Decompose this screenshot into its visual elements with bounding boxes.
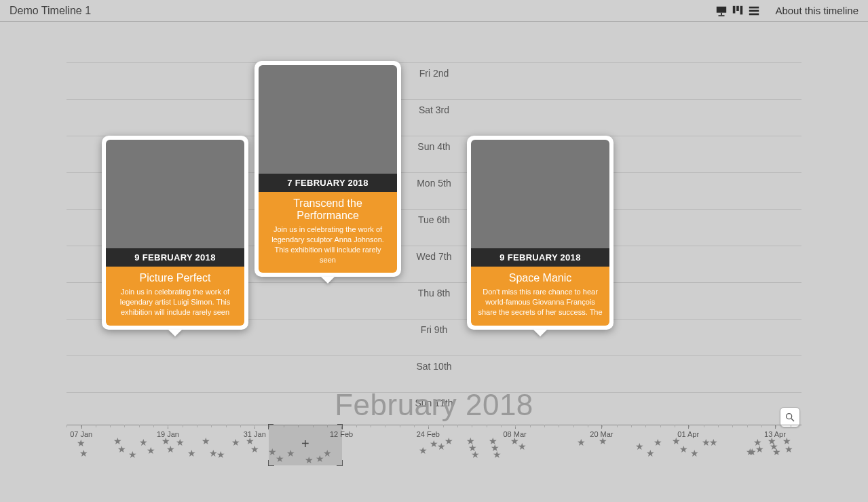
event-card[interactable]: 7 FEBRUARY 2018Transcend the Performance… bbox=[254, 61, 401, 277]
event-marker-star-icon[interactable]: ★ bbox=[445, 436, 453, 446]
event-marker-star-icon[interactable]: ★ bbox=[709, 437, 718, 448]
ruler-minor-tick bbox=[400, 425, 400, 427]
ruler-minor-tick bbox=[197, 425, 197, 427]
event-marker-star-icon[interactable]: ★ bbox=[599, 436, 607, 446]
ruler-minor-tick bbox=[472, 425, 472, 427]
event-marker-star-icon[interactable]: ★ bbox=[646, 448, 655, 459]
ruler-minor-tick bbox=[124, 425, 125, 427]
ruler-minor-tick bbox=[645, 425, 646, 427]
ruler-minor-tick bbox=[81, 425, 81, 427]
card-title: Picture Perfect bbox=[113, 272, 238, 284]
event-marker-star-icon[interactable]: ★ bbox=[216, 449, 225, 460]
day-label: Sat 3rd bbox=[419, 104, 449, 115]
event-marker-star-icon[interactable]: ★ bbox=[231, 437, 240, 448]
ruler-minor-tick bbox=[240, 425, 241, 427]
plus-icon: + bbox=[301, 436, 309, 452]
card-pointer-icon bbox=[168, 330, 182, 336]
svg-rect-6 bbox=[749, 6, 759, 8]
day-label: Fri 9th bbox=[421, 324, 448, 335]
event-marker-star-icon[interactable]: ★ bbox=[147, 445, 155, 456]
svg-point-9 bbox=[787, 414, 792, 419]
event-marker-star-icon[interactable]: ★ bbox=[654, 437, 662, 448]
event-card[interactable]: 9 FEBRUARY 2018Picture PerfectJoin us in… bbox=[102, 136, 248, 330]
svg-rect-7 bbox=[749, 9, 759, 12]
day-gridline bbox=[67, 355, 801, 356]
card-body: Transcend the PerformanceJoin us in cele… bbox=[259, 192, 397, 273]
day-gridline bbox=[67, 99, 801, 100]
event-marker-star-icon[interactable]: ★ bbox=[305, 455, 314, 465]
event-marker-star-icon[interactable]: ★ bbox=[286, 448, 295, 459]
about-link[interactable]: About this timeline bbox=[775, 5, 858, 16]
event-marker-star-icon[interactable]: ★ bbox=[755, 444, 764, 455]
ruler-minor-tick bbox=[67, 425, 67, 427]
ruler-minor-tick bbox=[487, 425, 487, 427]
event-marker-star-icon[interactable]: ★ bbox=[79, 448, 88, 459]
card-description: Join us in celebrating the work of legen… bbox=[113, 287, 238, 317]
svg-rect-0 bbox=[717, 6, 726, 12]
ruler-minor-tick bbox=[183, 425, 183, 427]
event-marker-star-icon[interactable]: ★ bbox=[493, 449, 502, 460]
month-heading: February 2018 bbox=[335, 388, 533, 422]
day-label: Sun 4th bbox=[417, 141, 450, 152]
card-date: 9 FEBRUARY 2018 bbox=[471, 248, 609, 267]
event-marker-star-icon[interactable]: ★ bbox=[202, 436, 210, 446]
event-marker-star-icon[interactable]: ★ bbox=[128, 449, 137, 460]
ruler-minor-tick bbox=[573, 425, 574, 427]
ruler-minor-tick bbox=[139, 425, 140, 427]
card-body: Space ManicDon't miss this rare chance t… bbox=[471, 267, 609, 326]
event-marker-star-icon[interactable]: ★ bbox=[250, 444, 259, 455]
card-body: Picture PerfectJoin us in celebrating th… bbox=[106, 267, 244, 326]
day-label: Sat 10th bbox=[416, 361, 451, 372]
event-marker-star-icon[interactable]: ★ bbox=[635, 441, 644, 452]
event-marker-star-icon[interactable]: ★ bbox=[187, 448, 196, 459]
card-pointer-icon bbox=[533, 330, 547, 336]
svg-rect-4 bbox=[737, 5, 740, 10]
day-label: Thu 8th bbox=[418, 288, 450, 298]
event-marker-star-icon[interactable]: ★ bbox=[166, 444, 175, 455]
event-marker-star-icon[interactable]: ★ bbox=[117, 444, 126, 455]
search-icon bbox=[785, 412, 795, 423]
event-marker-star-icon[interactable]: ★ bbox=[679, 444, 688, 455]
card-title: Transcend the Performance bbox=[265, 197, 390, 222]
event-marker-star-icon[interactable]: ★ bbox=[577, 437, 586, 448]
event-marker-star-icon[interactable]: ★ bbox=[323, 448, 332, 459]
day-label: Mon 5th bbox=[417, 178, 451, 189]
ruler-minor-tick bbox=[226, 425, 227, 427]
ruler-minor-tick bbox=[631, 425, 632, 427]
event-marker-star-icon[interactable]: ★ bbox=[690, 448, 699, 459]
ruler-tick-label: 24 Feb bbox=[417, 430, 440, 438]
ruler-minor-tick bbox=[414, 425, 415, 427]
card-image bbox=[471, 140, 609, 248]
timeline-ruler[interactable]: 07 Jan19 Jan31 Jan12 Feb24 Feb08 Mar20 M… bbox=[67, 425, 801, 483]
event-marker-star-icon[interactable]: ★ bbox=[419, 445, 428, 456]
event-marker-star-icon[interactable]: ★ bbox=[471, 449, 480, 460]
card-date: 7 FEBRUARY 2018 bbox=[259, 174, 397, 192]
ruler-minor-tick bbox=[385, 425, 385, 427]
ruler-minor-tick bbox=[428, 425, 429, 427]
day-gridline bbox=[67, 62, 801, 63]
ruler-minor-tick bbox=[732, 425, 733, 427]
event-marker-star-icon[interactable]: ★ bbox=[785, 444, 793, 455]
svg-rect-2 bbox=[719, 15, 725, 16]
ruler-minor-tick bbox=[761, 425, 762, 427]
ruler-minor-tick bbox=[110, 425, 111, 427]
ruler-minor-tick bbox=[544, 425, 545, 427]
event-marker-star-icon[interactable]: ★ bbox=[276, 453, 284, 464]
event-marker-star-icon[interactable]: ★ bbox=[176, 437, 185, 448]
timeline-stage[interactable]: Fri 2ndSat 3rdSun 4thMon 5thTue 6thWed 7… bbox=[0, 22, 868, 502]
card-image bbox=[106, 140, 244, 248]
event-marker-star-icon[interactable]: ★ bbox=[77, 438, 86, 448]
ruler-minor-tick bbox=[356, 425, 357, 427]
ruler-minor-tick bbox=[254, 425, 255, 427]
event-card[interactable]: 9 FEBRUARY 2018Space ManicDon't miss thi… bbox=[467, 136, 614, 330]
svg-rect-3 bbox=[733, 5, 736, 13]
view-mode-columns-icon[interactable] bbox=[732, 5, 744, 17]
event-marker-star-icon[interactable]: ★ bbox=[518, 441, 527, 452]
event-marker-star-icon[interactable]: ★ bbox=[772, 446, 781, 457]
svg-rect-1 bbox=[721, 12, 723, 15]
view-mode-list-icon[interactable] bbox=[748, 5, 760, 17]
ruler-minor-tick bbox=[689, 425, 690, 427]
view-mode-standard-icon[interactable] bbox=[715, 5, 728, 17]
top-bar-right: About this timeline bbox=[715, 5, 858, 17]
day-label: Fri 2nd bbox=[419, 68, 449, 79]
